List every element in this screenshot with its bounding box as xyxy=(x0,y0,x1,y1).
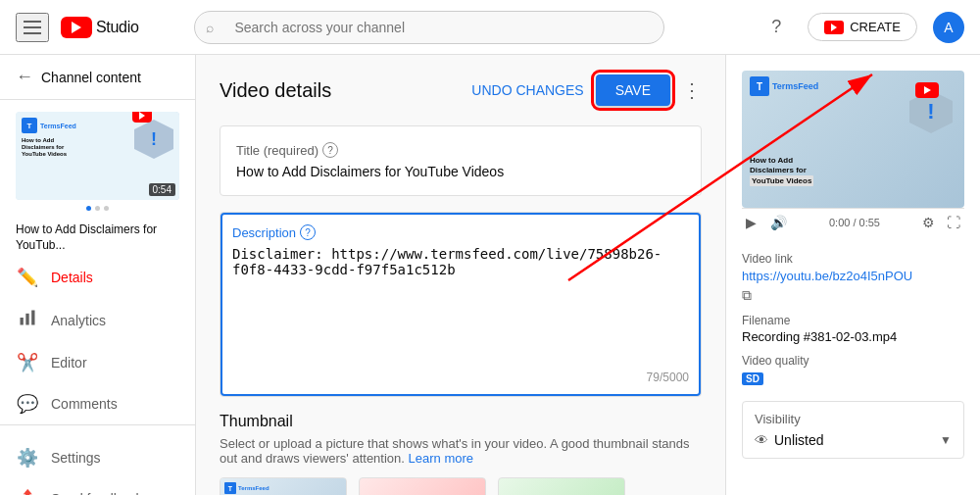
preview-play-triangle xyxy=(924,86,931,94)
chart-icon xyxy=(16,308,39,332)
nav-label-feedback: Send feedback xyxy=(51,491,142,495)
search-icon: ⌕ xyxy=(206,20,214,35)
copy-link-area: ⧉ xyxy=(742,287,964,304)
hex-icon-area: ! xyxy=(134,120,173,159)
sidebar-thumbnail: T TermsFeed How to AddDisclaimers forYou… xyxy=(16,112,179,200)
filename-label: Filename xyxy=(742,314,964,327)
chevron-down-icon: ▼ xyxy=(940,433,952,447)
page-header: Video details UNDO CHANGES SAVE ⋮ xyxy=(220,74,702,106)
sidebar-item-editor[interactable]: ✂️ Editor xyxy=(0,342,195,383)
back-arrow-icon: ← xyxy=(16,67,33,87)
video-controls: ▶ 🔊 0:00 / 0:55 ⚙ ⛶ xyxy=(742,208,964,236)
description-label: Description ? xyxy=(232,224,689,240)
preview-thumbnail: T TermsFeed How to AddDisclaimers forYou… xyxy=(742,71,964,208)
tf-brand: TermsFeed xyxy=(40,123,76,129)
settings-video-button[interactable]: ⚙ xyxy=(918,213,939,232)
sidebar: ← Channel content T TermsFeed How to Add… xyxy=(0,55,196,495)
thumbnail-current[interactable]: T TermsFeed How to Add Disclaimers for Y… xyxy=(220,477,347,495)
preview-yt-icon xyxy=(915,82,939,98)
page-actions: UNDO CHANGES SAVE ⋮ xyxy=(471,74,702,106)
create-button[interactable]: CREATE xyxy=(808,13,917,41)
back-nav[interactable]: ← Channel content xyxy=(0,55,195,100)
preview-tf-brand: TermsFeed xyxy=(772,81,818,91)
sidebar-item-settings[interactable]: ⚙️ Settings xyxy=(0,437,195,478)
thumbnail-options: T TermsFeed How to Add Disclaimers for Y… xyxy=(220,477,702,495)
time-display: 0:00 / 0:55 xyxy=(797,217,912,228)
undo-button[interactable]: UNDO CHANGES xyxy=(471,82,583,98)
visibility-section[interactable]: Visibility 👁 Unlisted ▼ xyxy=(742,401,964,459)
sidebar-item-comments[interactable]: 💬 Comments xyxy=(0,383,195,424)
tf-icon: T xyxy=(22,118,37,133)
description-textarea[interactable]: Disclaimer: https://www.termsfeed.com/li… xyxy=(232,246,689,364)
visibility-row: 👁 Unlisted ▼ xyxy=(755,432,952,448)
filename-value: Recording #381-02-03.mp4 xyxy=(742,329,964,344)
more-options-button[interactable]: ⋮ xyxy=(682,78,702,102)
nav-label-settings: Settings xyxy=(51,450,101,466)
comment-icon: 💬 xyxy=(16,393,39,415)
preview-hex-area: ! xyxy=(909,90,953,133)
nav-label-comments: Comments xyxy=(51,396,118,412)
save-button[interactable]: SAVE xyxy=(596,74,670,106)
sidebar-item-details[interactable]: ✏️ Details xyxy=(0,257,195,298)
eye-icon: 👁 xyxy=(755,432,768,448)
quality-label: Video quality xyxy=(742,354,964,368)
description-help-icon[interactable]: ? xyxy=(300,224,316,240)
current-tf-sq: T xyxy=(224,482,236,494)
sidebar-item-feedback[interactable]: 📤 Send feedback xyxy=(0,478,195,495)
thumbnail-section: Thumbnail Select or upload a picture tha… xyxy=(220,413,702,495)
sidebar-bottom: ⚙️ Settings 📤 Send feedback xyxy=(0,424,195,495)
page-title: Video details xyxy=(220,79,331,102)
description-section: Description ? Disclaimer: https://www.te… xyxy=(220,212,702,397)
pencil-icon: ✏️ xyxy=(16,267,39,288)
char-count: 79/5000 xyxy=(232,371,689,384)
learn-more-link[interactable]: Learn more xyxy=(409,451,473,466)
main-layout: ← Channel content T TermsFeed How to Add… xyxy=(0,55,980,495)
nav-dots xyxy=(16,206,179,211)
video-preview: T TermsFeed How to AddDisclaimers forYou… xyxy=(742,71,964,236)
exclaim-hex: ! xyxy=(134,120,173,159)
svg-rect-0 xyxy=(21,318,24,325)
help-button[interactable]: ? xyxy=(760,12,792,43)
menu-button[interactable] xyxy=(16,13,49,42)
thumbnail-option-2[interactable]: Option 2 xyxy=(498,477,625,495)
yt-logo-icon xyxy=(61,17,92,38)
nav-label-analytics: Analytics xyxy=(51,313,106,328)
visibility-value: Unlisted xyxy=(774,432,824,448)
current-tf-name: TermsFeed xyxy=(238,485,270,491)
description-box: Description ? Disclaimer: https://www.te… xyxy=(220,213,701,396)
thumbnail-option-1[interactable]: Option 1 xyxy=(359,477,486,495)
duration-badge: 0:54 xyxy=(149,183,175,196)
current-tf-logo: T TermsFeed xyxy=(224,482,270,494)
thumb-container: T TermsFeed How to AddDisclaimers forYou… xyxy=(16,112,179,211)
svg-rect-2 xyxy=(31,311,34,325)
preview-exclaim: ! xyxy=(927,99,934,124)
avatar[interactable]: A xyxy=(933,12,964,43)
svg-rect-1 xyxy=(25,314,28,325)
quality-value: SD xyxy=(742,370,964,385)
sidebar-item-analytics[interactable]: Analytics xyxy=(0,298,195,342)
nav-dot-2[interactable] xyxy=(95,206,100,211)
youtube-logo: Studio xyxy=(61,17,139,38)
nav-dot-3[interactable] xyxy=(104,206,109,211)
current-thumb-preview: T TermsFeed How to Add Disclaimers for Y… xyxy=(220,478,346,495)
title-input[interactable] xyxy=(236,164,685,179)
preview-title-text: How to AddDisclaimers forYouTube Videos xyxy=(750,156,906,186)
thumbnail-title: Thumbnail xyxy=(220,413,702,430)
app-header: Studio ⌕ ? CREATE A xyxy=(0,0,980,55)
title-help-icon[interactable]: ? xyxy=(322,142,338,158)
search-bar-container: ⌕ xyxy=(194,11,664,44)
studio-label: Studio xyxy=(96,19,139,36)
preview-tf-logo: T TermsFeed xyxy=(750,76,818,96)
preview-tf-sq: T xyxy=(750,76,769,96)
sidebar-navigation: ✏️ Details Analytics ✂️ Editor 💬 Comment… xyxy=(0,257,195,424)
copy-icon[interactable]: ⧉ xyxy=(742,287,752,304)
play-button[interactable]: ▶ xyxy=(742,213,760,232)
nav-dot-1[interactable] xyxy=(86,206,91,211)
nav-label-editor: Editor xyxy=(51,355,87,371)
search-input[interactable] xyxy=(194,11,664,44)
video-link-value[interactable]: https://youtu.be/bz2o4I5nPOU xyxy=(742,269,912,283)
settings-icon: ⚙️ xyxy=(16,447,39,469)
visibility-label: Visibility xyxy=(755,412,952,426)
fullscreen-button[interactable]: ⛶ xyxy=(943,213,964,232)
volume-button[interactable]: 🔊 xyxy=(766,213,791,232)
